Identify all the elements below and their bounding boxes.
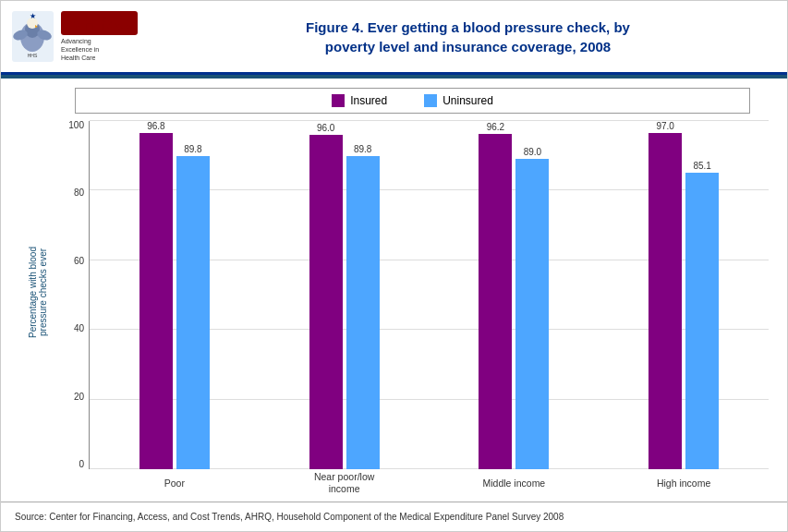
- y-tick: 60: [56, 257, 89, 266]
- bar-group: 96.889.8: [90, 121, 260, 469]
- y-ticks: 020406080100: [56, 121, 89, 469]
- footer: Source: Center for Financing, Access, an…: [1, 502, 787, 531]
- title-line2: poverty level and insurance coverage, 20…: [325, 39, 611, 54]
- insured-swatch: [332, 94, 345, 107]
- uninsured-value-label: 89.8: [184, 144, 201, 154]
- bar-chart-area: 020406080100 96.889.896.089.896.289.097.…: [56, 121, 769, 497]
- y-tick: 0: [56, 460, 89, 469]
- uninsured-bar-wrapper: 89.0: [515, 121, 549, 469]
- uninsured-value-label: 89.8: [354, 144, 371, 154]
- insured-bar: [309, 135, 343, 469]
- uninsured-bar-wrapper: 89.8: [176, 121, 210, 469]
- header: ★ HHS AHRQ AdvancingExcellence inHealth …: [1, 1, 787, 75]
- insured-bar: [649, 133, 682, 469]
- uninsured-value-label: 89.0: [524, 147, 541, 157]
- bars-row: 96.289.0: [479, 121, 549, 469]
- uninsured-bar: [176, 156, 210, 469]
- uninsured-bar: [346, 156, 380, 469]
- y-tick: 20: [56, 393, 89, 402]
- insured-value-label: 96.2: [487, 122, 504, 132]
- bars-row: 97.085.1: [649, 121, 719, 469]
- insured-value-label: 96.8: [147, 121, 164, 131]
- uninsured-bar-wrapper: 89.8: [346, 121, 380, 469]
- legend-uninsured-label: Uninsured: [442, 94, 493, 107]
- ahrq-logo: AHRQ AdvancingExcellence inHealth Care: [61, 11, 138, 62]
- x-labels-area: PoorNear poor/lowincomeMiddle incomeHigh…: [90, 469, 769, 497]
- chart-inner: Insured Uninsured 020406080100 96.889.89…: [56, 88, 769, 497]
- insured-bar-wrapper: 96.2: [479, 121, 512, 469]
- logo-area: ★ HHS AHRQ AdvancingExcellence inHealth …: [12, 11, 160, 62]
- bar-group: 96.289.0: [430, 121, 600, 469]
- insured-bar-wrapper: 96.8: [139, 121, 173, 469]
- chart-container: Percentage with blood pressure checks ev…: [1, 79, 787, 502]
- uninsured-bar-wrapper: 85.1: [685, 121, 719, 469]
- page: ★ HHS AHRQ AdvancingExcellence inHealth …: [0, 0, 788, 532]
- ahrq-subtitle: AdvancingExcellence inHealth Care: [61, 37, 99, 62]
- title-line1: Figure 4. Ever getting a blood pressure …: [306, 19, 630, 35]
- uninsured-bar: [515, 159, 549, 469]
- bar-group: 96.089.8: [260, 121, 430, 469]
- chart-title-area: Figure 4. Ever getting a blood pressure …: [160, 18, 776, 56]
- footer-text: Source: Center for Financing, Access, an…: [15, 512, 564, 522]
- svg-text:HHS: HHS: [28, 53, 38, 58]
- uninsured-bar: [685, 173, 719, 469]
- insured-bar: [139, 133, 173, 469]
- bar-group: 97.085.1: [599, 121, 769, 469]
- chart-title: Figure 4. Ever getting a blood pressure …: [178, 18, 758, 56]
- bars-row: 96.089.8: [309, 121, 380, 469]
- insured-bar: [479, 134, 512, 469]
- uninsured-swatch: [424, 94, 437, 107]
- insured-bar-wrapper: 96.0: [309, 121, 343, 469]
- svg-text:★: ★: [30, 12, 36, 20]
- hhs-logo-icon: ★ HHS: [12, 11, 54, 62]
- legend-item-uninsured: Uninsured: [424, 94, 493, 107]
- ahrq-text: AHRQ: [66, 11, 133, 34]
- bars-row: 96.889.8: [139, 121, 210, 469]
- legend-item-insured: Insured: [332, 94, 387, 107]
- x-label: High income: [599, 469, 769, 497]
- x-label: Poor: [90, 469, 260, 497]
- legend-insured-label: Insured: [350, 94, 387, 107]
- uninsured-value-label: 85.1: [693, 161, 710, 171]
- x-label: Middle income: [430, 469, 600, 497]
- insured-bar-wrapper: 97.0: [649, 121, 682, 469]
- insured-value-label: 96.0: [317, 123, 334, 133]
- insured-value-label: 97.0: [656, 121, 673, 131]
- y-tick: 40: [56, 324, 89, 333]
- x-label: Near poor/lowincome: [260, 469, 430, 497]
- bars-area: 96.889.896.089.896.289.097.085.1: [90, 121, 769, 469]
- y-tick: 100: [56, 121, 89, 130]
- y-axis-label: Percentage with blood pressure checks ev…: [28, 247, 48, 338]
- y-axis-label-container: Percentage with blood pressure checks ev…: [19, 88, 56, 497]
- y-tick: 80: [56, 188, 89, 198]
- legend: Insured Uninsured: [75, 88, 750, 114]
